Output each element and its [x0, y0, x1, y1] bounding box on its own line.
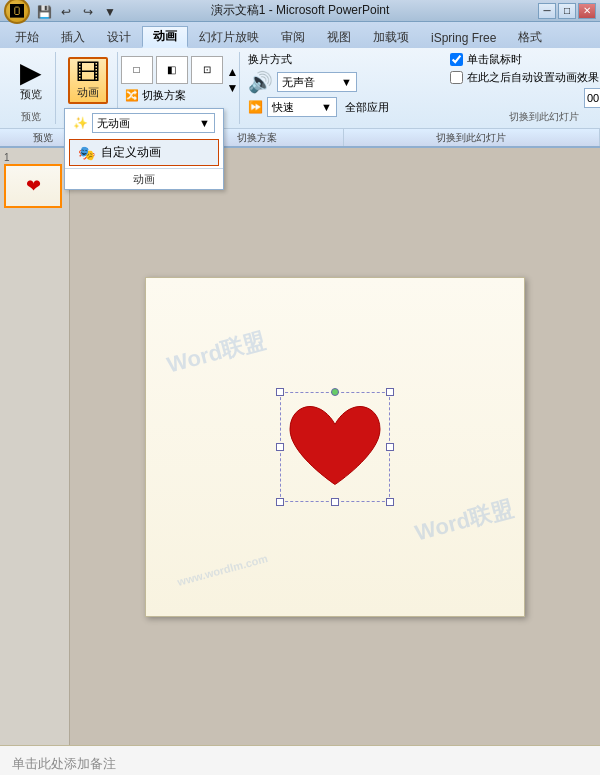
- animation-value: 无动画: [97, 116, 130, 131]
- preview-icon: ▶: [20, 59, 42, 87]
- slide-thumb-1: 1 ❤: [4, 152, 65, 208]
- custom-animation-btn[interactable]: 🎭 自定义动画: [69, 139, 219, 166]
- handle-bottom-center[interactable]: [331, 498, 339, 506]
- transition-row1: □ ◧ ⊡: [121, 56, 223, 84]
- dropdown-section-label: 动画: [65, 168, 223, 189]
- office-button[interactable]: 🅾: [4, 0, 30, 24]
- scheme-icon: 🔀: [125, 89, 139, 102]
- up-arrow[interactable]: ▲: [227, 65, 239, 79]
- sound-dropdown[interactable]: 无声音 ▼: [277, 72, 357, 92]
- watermark-1: Word联盟: [164, 325, 268, 380]
- time-input[interactable]: [585, 92, 600, 104]
- preview-button[interactable]: ▶ 预览: [11, 56, 51, 105]
- close-btn[interactable]: ✕: [578, 3, 596, 19]
- minimize-btn[interactable]: ─: [538, 3, 556, 19]
- heart-container[interactable]: [280, 392, 390, 502]
- slide-number: 1: [4, 152, 65, 163]
- watermark-2: Word联盟: [412, 493, 516, 548]
- tab-format[interactable]: 格式: [507, 26, 553, 48]
- speed-dropdown[interactable]: 快速 ▼: [267, 97, 337, 117]
- tab-insert[interactable]: 插入: [50, 26, 96, 48]
- sound-value: 无声音: [282, 75, 315, 90]
- titlebar: 🅾 💾 ↩ ↪ ▼ 演示文稿1 - Microsoft PowerPoint ─…: [0, 0, 600, 22]
- section-timing: 切换到此幻灯片: [344, 129, 600, 146]
- transition-row2: 🔀 切换方案: [121, 86, 223, 105]
- handle-top-left[interactable]: [276, 388, 284, 396]
- slide-editing-area: Word联盟 Word联盟 www.wordlm.com: [70, 148, 600, 745]
- click-checkbox-row: 单击鼠标时: [450, 52, 522, 67]
- undo-btn[interactable]: ↩: [56, 2, 76, 22]
- apply-all-label: 全部应用: [345, 100, 389, 115]
- animation-select-row: ✨ 无动画 ▼: [65, 109, 223, 137]
- tab-design[interactable]: 设计: [96, 26, 142, 48]
- transition-1-icon: ◧: [167, 64, 176, 75]
- customize-btn[interactable]: ▼: [100, 2, 120, 22]
- slide-panel: 1 ❤: [0, 148, 70, 745]
- tab-slideshow[interactable]: 幻灯片放映: [188, 26, 270, 48]
- sound-arrow: ▼: [341, 76, 352, 88]
- transition-2[interactable]: ⊡: [191, 56, 223, 84]
- nav-arrows: ▲ ▼: [227, 65, 239, 95]
- switch-label: 切换到此幻灯片: [509, 108, 579, 124]
- handle-middle-right[interactable]: [386, 443, 394, 451]
- down-arrow[interactable]: ▼: [227, 81, 239, 95]
- transition-2-icon: ⊡: [203, 64, 211, 75]
- tab-view[interactable]: 视图: [316, 26, 362, 48]
- animation-button[interactable]: 🎞 动画: [68, 57, 108, 104]
- animation-content: 🎞 动画: [68, 52, 108, 108]
- slide-canvas[interactable]: Word联盟 Word联盟 www.wordlm.com: [145, 277, 525, 617]
- scheme-label: 切换方案: [142, 88, 186, 103]
- click-timing-content: 单击鼠标时 在此之后自动设置动画效果: ▲ ▼: [450, 52, 600, 108]
- sound-row: 换片方式: [248, 52, 292, 67]
- speed-icon: ⏩: [248, 100, 263, 114]
- animation-dropdown-menu: ✨ 无动画 ▼ 🎭 自定义动画 动画: [64, 108, 224, 190]
- thumb-heart-icon: ❤: [26, 175, 41, 197]
- animation-sparkle: ✨: [73, 116, 88, 130]
- handle-bottom-right[interactable]: [386, 498, 394, 506]
- preview-label: 预览: [20, 87, 42, 102]
- redo-btn[interactable]: ↪: [78, 2, 98, 22]
- ribbon-group-timing: 换片方式 🔊 无声音 ▼ ⏩ 快速 ▼ 全部应用: [242, 52, 442, 124]
- restore-btn[interactable]: □: [558, 3, 576, 19]
- ribbon-group-click-timing: 单击鼠标时 在此之后自动设置动画效果: ▲ ▼: [444, 52, 600, 124]
- transition-controls: □ ◧ ⊡ 🔀 切换方案: [121, 56, 223, 105]
- auto-checkbox-row: 在此之后自动设置动画效果:: [450, 70, 600, 85]
- save-btn[interactable]: 💾: [34, 2, 54, 22]
- quick-access-toolbar: 💾 ↩ ↪ ▼: [34, 2, 120, 22]
- auto-checkbox[interactable]: [450, 71, 463, 84]
- handle-top-right[interactable]: [386, 388, 394, 396]
- time-spinner: ▲ ▼: [584, 88, 600, 108]
- click-label: 单击鼠标时: [467, 52, 522, 67]
- ribbon-group-preview: ▶ 预览 预览: [6, 52, 56, 124]
- handle-middle-left[interactable]: [276, 443, 284, 451]
- ribbon-tabs: 开始 插入 设计 动画 幻灯片放映 审阅 视图 加载项 iSpring Free…: [0, 22, 600, 48]
- tab-addins[interactable]: 加载项: [362, 26, 420, 48]
- transition-1[interactable]: ◧: [156, 56, 188, 84]
- sound-label: 换片方式: [248, 52, 292, 67]
- tab-start[interactable]: 开始: [4, 26, 50, 48]
- transition-content: □ ◧ ⊡ 🔀 切换方案: [121, 52, 239, 108]
- custom-anim-icon: 🎭: [78, 145, 95, 161]
- transition-scheme-btn[interactable]: 🔀 切换方案: [121, 86, 190, 105]
- handle-top-center[interactable]: [331, 388, 339, 396]
- tab-animation[interactable]: 动画: [142, 26, 188, 48]
- speed-value: 快速: [272, 100, 294, 115]
- window-controls: ─ □ ✕: [538, 3, 596, 19]
- notes-area[interactable]: 单击此处添加备注: [0, 745, 600, 775]
- auto-label: 在此之后自动设置动画效果:: [467, 70, 600, 85]
- tab-ispring[interactable]: iSpring Free: [420, 26, 507, 48]
- no-transition-icon: □: [134, 64, 140, 75]
- animation-dropdown[interactable]: 无动画 ▼: [92, 113, 215, 133]
- notes-placeholder: 单击此处添加备注: [12, 755, 116, 773]
- tab-review[interactable]: 审阅: [270, 26, 316, 48]
- main-area: 1 ❤: [0, 148, 600, 745]
- click-checkbox[interactable]: [450, 53, 463, 66]
- no-transition[interactable]: □: [121, 56, 153, 84]
- sound-icon: 🔊: [248, 70, 273, 94]
- titlebar-left: 🅾 💾 ↩ ↪ ▼: [4, 0, 30, 24]
- handle-bottom-left[interactable]: [276, 498, 284, 506]
- apply-all-btn[interactable]: 全部应用: [341, 98, 393, 117]
- slide-thumbnail[interactable]: ❤: [4, 164, 62, 208]
- heart-shape: [285, 402, 385, 497]
- animation-arrow: ▼: [199, 117, 210, 129]
